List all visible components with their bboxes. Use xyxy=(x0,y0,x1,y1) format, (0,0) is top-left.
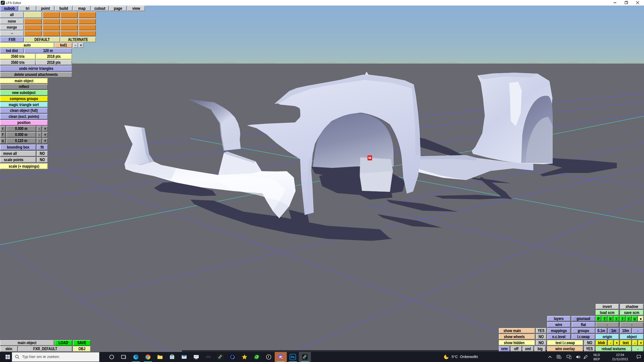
svg-text:M: M xyxy=(368,156,371,160)
svg-text:Ps: Ps xyxy=(291,355,295,359)
